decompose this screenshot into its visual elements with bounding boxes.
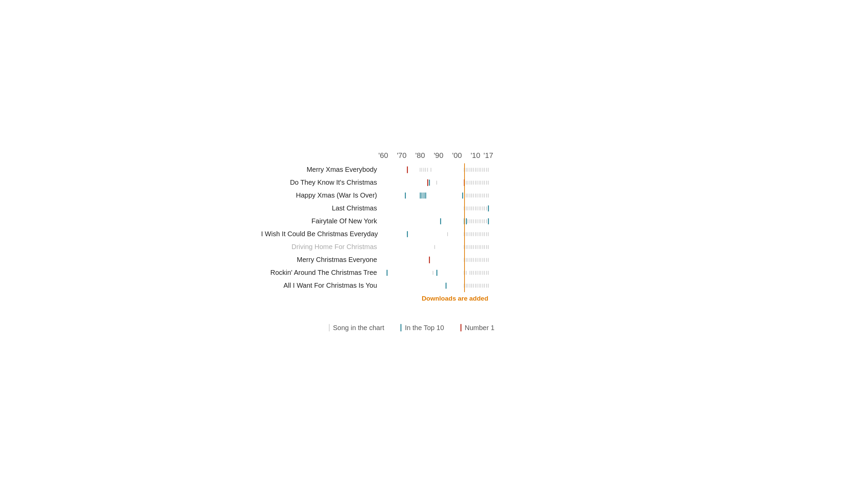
song-row: Fairytale Of New York xyxy=(261,215,607,228)
tick-gray xyxy=(480,271,481,275)
tick-gray xyxy=(471,194,472,198)
song-name: Happy Xmas (War Is Over) xyxy=(261,191,383,199)
tick-gray xyxy=(471,219,472,223)
tick-gray xyxy=(488,232,489,236)
tick-gray xyxy=(470,284,470,288)
tick-gray xyxy=(468,181,468,185)
tick-gray xyxy=(475,245,476,249)
tick-gray xyxy=(475,219,476,223)
tick-gray xyxy=(420,168,420,172)
tick-gray xyxy=(471,168,472,172)
tick-gray xyxy=(466,232,467,236)
legend-tick-teal xyxy=(400,324,401,331)
tick-gray xyxy=(479,168,479,172)
tick-gray xyxy=(468,219,468,223)
downloads-line xyxy=(464,241,465,253)
downloads-line xyxy=(464,202,465,215)
tick-gray xyxy=(473,219,474,223)
song-name: Do They Know It's Christmas xyxy=(261,179,383,186)
song-row: Happy Xmas (War Is Over) xyxy=(261,189,607,202)
tick-gray xyxy=(480,181,481,185)
tick-teal xyxy=(488,205,489,211)
tick-gray xyxy=(486,206,487,210)
song-row: Driving Home For Christmas xyxy=(261,241,607,253)
tick-gray xyxy=(475,181,476,185)
timeline-bar xyxy=(383,253,607,266)
tick-gray xyxy=(433,271,433,275)
downloads-line xyxy=(464,279,465,292)
year-axis: '60'70'80'90'00'10'17 xyxy=(261,150,607,161)
downloads-line xyxy=(464,189,465,202)
tick-gray xyxy=(466,271,467,275)
tick-gray xyxy=(466,181,467,185)
tick-gray xyxy=(447,232,448,236)
song-row: All I Want For Christmas Is You xyxy=(261,279,607,292)
tick-gray xyxy=(480,219,481,223)
song-name: Merry Xmas Everybody xyxy=(261,166,383,174)
song-rows: Merry Xmas EverybodyDo They Know It's Ch… xyxy=(261,163,607,292)
tick-gray xyxy=(477,194,477,198)
tick-gray xyxy=(473,271,474,275)
chart-wrapper: '60'70'80'90'00'10'17 Merry Xmas Everybo… xyxy=(248,129,620,359)
timeline-bar xyxy=(383,189,607,202)
tick-red xyxy=(429,257,430,263)
tick-gray xyxy=(475,284,476,288)
tick-gray xyxy=(486,181,487,185)
tick-gray xyxy=(427,168,428,172)
legend: Song in the chartIn the Top 10Number 1 xyxy=(261,324,607,332)
tick-gray xyxy=(480,245,481,249)
tick-gray xyxy=(484,232,485,236)
song-row: Last Christmas xyxy=(261,202,607,215)
tick-gray xyxy=(473,206,474,210)
tick-teal xyxy=(462,192,463,199)
tick-gray xyxy=(479,271,479,275)
tick-gray xyxy=(473,181,474,185)
tick-gray xyxy=(468,284,468,288)
timeline-bar xyxy=(383,279,607,292)
tick-gray xyxy=(470,258,470,262)
tick-gray xyxy=(482,284,483,288)
tick-gray xyxy=(480,232,481,236)
tick-gray xyxy=(471,232,472,236)
song-name: All I Want For Christmas Is You xyxy=(261,282,383,289)
tick-gray xyxy=(477,219,477,223)
tick-gray xyxy=(484,271,485,275)
tick-gray xyxy=(482,194,483,198)
tick-gray xyxy=(484,284,485,288)
tick-teal xyxy=(488,218,489,224)
tick-gray xyxy=(466,206,467,210)
tick-gray xyxy=(488,168,489,172)
tick-gray xyxy=(488,245,489,249)
tick-gray xyxy=(484,258,485,262)
year-label-2010: '10 xyxy=(471,151,480,160)
song-name: Last Christmas xyxy=(261,204,383,212)
legend-item-red: Number 1 xyxy=(460,324,495,332)
tick-gray xyxy=(473,232,474,236)
tick-gray xyxy=(480,206,481,210)
tick-gray xyxy=(477,168,477,172)
tick-gray xyxy=(477,232,477,236)
downloads-label-text: Downloads are added xyxy=(422,295,488,302)
tick-gray xyxy=(477,284,477,288)
tick-teal xyxy=(429,180,430,186)
year-label-2017: '17 xyxy=(484,151,493,160)
legend-tick-red xyxy=(460,324,461,331)
tick-gray xyxy=(473,258,474,262)
tick-gray xyxy=(482,206,483,210)
tick-teal xyxy=(405,192,406,199)
song-row: Do They Know It's Christmas xyxy=(261,176,607,189)
tick-gray xyxy=(473,245,474,249)
tick-gray xyxy=(482,245,483,249)
tick-gray xyxy=(479,206,479,210)
tick-gray xyxy=(477,271,477,275)
tick-gray xyxy=(484,194,485,198)
downloads-line xyxy=(464,266,465,279)
tick-red xyxy=(407,166,408,173)
tick-gray xyxy=(477,181,477,185)
tick-gray xyxy=(471,245,472,249)
tick-gray xyxy=(484,168,485,172)
tick-teal xyxy=(436,270,437,276)
timeline-bar xyxy=(383,241,607,253)
timeline-bar xyxy=(383,215,607,228)
tick-gray xyxy=(475,168,476,172)
